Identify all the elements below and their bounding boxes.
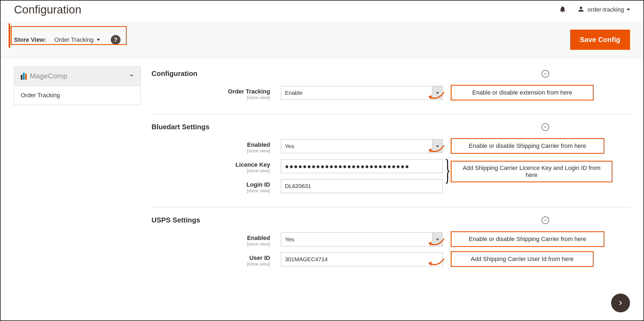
field-scope: [store view] xyxy=(151,148,270,154)
user-name: order-tracking xyxy=(587,6,624,13)
section-title: USPS Settings xyxy=(151,216,200,224)
chevron-down-icon xyxy=(627,9,630,11)
field-scope: [store view] xyxy=(151,261,270,267)
bluedart-enabled-select[interactable]: Yes xyxy=(281,139,443,153)
annotation-arrow-icon xyxy=(428,257,447,268)
svg-marker-1 xyxy=(428,148,432,153)
field-label-order-tracking: Order Tracking xyxy=(151,88,270,95)
sidebar-item-label: Order Tracking xyxy=(21,92,60,99)
section-header-usps[interactable]: USPS Settings xyxy=(151,213,630,232)
section-header-bluedart[interactable]: Bluedart Settings xyxy=(151,120,630,139)
annotation-arrow-icon xyxy=(428,144,447,155)
annotation-box: Enable or disable extension from here xyxy=(451,85,594,100)
chevron-down-icon xyxy=(97,39,100,41)
select-value: Yes xyxy=(285,143,294,149)
section-header-configuration[interactable]: Configuration xyxy=(151,66,630,86)
order-tracking-select[interactable]: Enable xyxy=(281,86,443,100)
annotation-arrow-icon xyxy=(428,237,447,248)
svg-marker-2 xyxy=(428,242,432,246)
section-configuration: Configuration Order Tracking [store view… xyxy=(151,66,630,114)
section-bluedart: Bluedart Settings Enabled [store view] Y… xyxy=(151,120,630,207)
save-config-button[interactable]: Save Config xyxy=(570,30,630,50)
usps-enabled-select[interactable]: Yes xyxy=(281,232,443,246)
select-value: Enable xyxy=(285,90,302,96)
collapse-icon[interactable] xyxy=(542,70,549,78)
notifications-icon[interactable] xyxy=(559,5,566,14)
sidebar-brand-header[interactable]: MageComp xyxy=(14,66,141,86)
sidebar-brand-label: MageComp xyxy=(30,72,67,80)
field-label-licence-key: Licence Key xyxy=(151,161,270,168)
collapse-icon[interactable] xyxy=(542,217,549,224)
svg-marker-0 xyxy=(428,95,432,99)
field-label-login-id: Login ID xyxy=(151,181,270,188)
field-scope: [store view] xyxy=(151,188,270,194)
sidebar: MageComp Order Tracking xyxy=(14,66,141,286)
annotation-arrow-icon xyxy=(428,91,447,102)
field-scope: [store view] xyxy=(151,242,270,247)
user-menu[interactable]: order-tracking xyxy=(577,5,630,14)
page-title: Configuration xyxy=(14,3,81,16)
help-icon[interactable]: ? xyxy=(111,35,120,45)
field-scope: [store view] xyxy=(151,95,270,100)
sidebar-item-order-tracking[interactable]: Order Tracking xyxy=(14,86,141,105)
bluedart-login-id-input[interactable] xyxy=(281,179,443,193)
magecomp-logo-icon xyxy=(21,73,27,80)
field-label-enabled: Enabled xyxy=(151,141,270,148)
annotation-box: Enable or disable Shipping Carrier from … xyxy=(451,138,604,154)
section-title: Configuration xyxy=(151,69,197,78)
store-view-selector[interactable]: Order Tracking xyxy=(54,36,100,43)
collapse-icon[interactable] xyxy=(542,123,549,131)
svg-marker-3 xyxy=(428,261,432,266)
section-title: Bluedart Settings xyxy=(151,123,209,131)
user-icon xyxy=(577,5,585,14)
next-button[interactable] xyxy=(611,294,630,312)
field-label-user-id: User ID xyxy=(151,254,270,261)
annotation-box: Add Shipping Carrier User Id from here xyxy=(451,251,594,267)
section-usps: USPS Settings Enabled [store view] Yes xyxy=(151,213,630,280)
bluedart-licence-key-input[interactable]: ●●●●●●●●●●●●●●●●●●●●●●●●●●●● xyxy=(281,159,443,173)
store-view-label: Store View: xyxy=(14,36,46,43)
select-value: Yes xyxy=(285,236,294,243)
field-scope: [store view] xyxy=(151,168,270,174)
usps-user-id-input[interactable] xyxy=(281,252,443,266)
store-view-value: Order Tracking xyxy=(54,36,94,43)
chevron-up-icon xyxy=(129,73,134,79)
field-label-enabled: Enabled xyxy=(151,235,270,242)
annotation-box: Enable or disable Shipping Carrier from … xyxy=(451,231,604,247)
